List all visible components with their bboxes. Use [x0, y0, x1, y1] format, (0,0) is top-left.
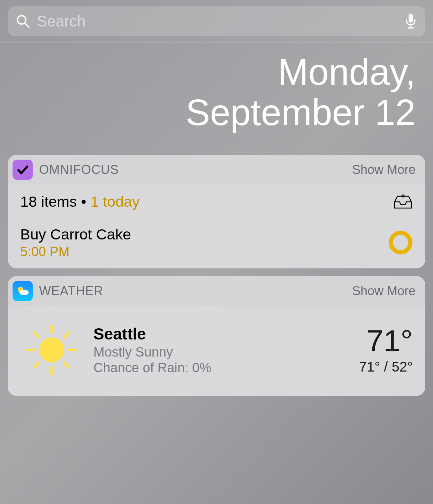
omnifocus-widget-header: OMNIFOCUS Show More	[8, 155, 425, 185]
date-month-day: September 12	[0, 92, 416, 133]
weather-condition: Mostly Sunny	[93, 345, 359, 360]
omnifocus-task-row[interactable]: Buy Carrot Cake 5:00 PM	[20, 218, 413, 259]
weather-widget-header: WEATHER Show More	[8, 276, 425, 306]
omnifocus-items-count: 18 items	[20, 193, 77, 210]
svg-line-15	[34, 333, 39, 337]
omnifocus-app-icon	[13, 160, 33, 180]
weather-current-temp: 71°	[359, 326, 413, 356]
omnifocus-widget[interactable]: OMNIFOCUS Show More 18 items • 1 today	[8, 155, 425, 268]
weather-temps: 71° 71° / 52°	[359, 326, 413, 375]
search-placeholder: Search	[37, 13, 404, 30]
svg-line-18	[34, 362, 39, 367]
inbox-icon[interactable]	[393, 194, 413, 209]
weather-widget[interactable]: WEATHER Show More	[8, 276, 425, 396]
omnifocus-task-texts: Buy Carrot Cake 5:00 PM	[20, 226, 388, 259]
search-bar[interactable]: Search	[8, 6, 425, 36]
omnifocus-task-title: Buy Carrot Cake	[20, 226, 388, 243]
svg-rect-2	[409, 14, 413, 23]
svg-point-7	[391, 233, 410, 252]
weather-show-more[interactable]: Show More	[352, 284, 416, 298]
weather-body: Seattle Mostly Sunny Chance of Rain: 0% …	[8, 306, 425, 396]
svg-line-17	[64, 333, 69, 337]
weather-app-icon	[13, 281, 33, 301]
omnifocus-summary-text: 18 items • 1 today	[20, 193, 393, 210]
weather-title: WEATHER	[39, 284, 352, 298]
svg-point-0	[17, 16, 26, 24]
svg-point-10	[39, 337, 64, 362]
weather-temp-range: 71° / 52°	[359, 359, 413, 375]
omnifocus-summary-dot: •	[77, 193, 91, 210]
svg-line-1	[25, 23, 29, 27]
search-icon	[16, 14, 30, 28]
omnifocus-title: OMNIFOCUS	[39, 162, 352, 177]
sun-icon	[20, 319, 83, 381]
svg-point-9	[20, 290, 29, 295]
omnifocus-summary-row[interactable]: 18 items • 1 today	[20, 185, 413, 218]
date-display: Monday, September 12	[0, 43, 433, 132]
task-complete-circle[interactable]	[388, 230, 413, 255]
microphone-icon[interactable]	[404, 14, 417, 29]
omnifocus-body: 18 items • 1 today Buy Carrot Cake 5:00 …	[8, 185, 425, 268]
date-day: Monday,	[0, 52, 416, 92]
omnifocus-today-count: 1 today	[90, 193, 139, 210]
omnifocus-show-more[interactable]: Show More	[352, 162, 416, 177]
weather-rain-chance: Chance of Rain: 0%	[93, 360, 359, 375]
svg-line-16	[64, 362, 69, 367]
weather-city: Seattle	[93, 324, 359, 343]
weather-texts: Seattle Mostly Sunny Chance of Rain: 0%	[93, 324, 359, 375]
omnifocus-task-time: 5:00 PM	[20, 244, 388, 259]
